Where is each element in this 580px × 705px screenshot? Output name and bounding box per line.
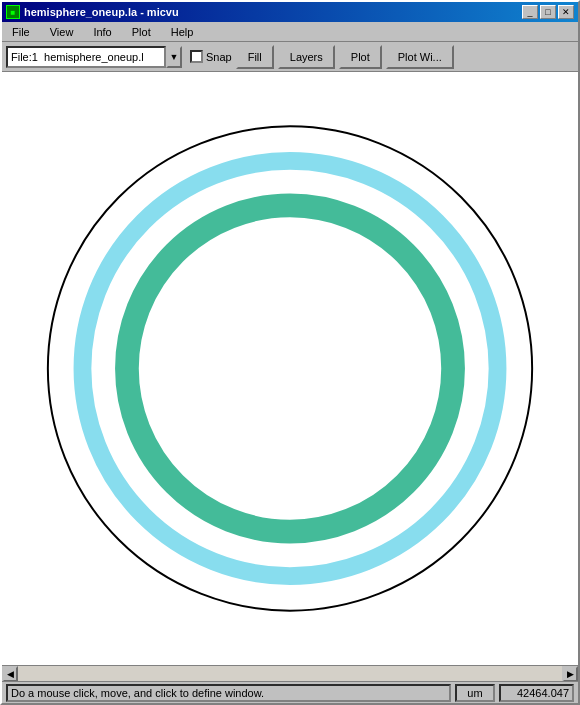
snap-area: Snap	[190, 50, 232, 63]
app-icon: ■	[6, 5, 20, 19]
canvas-area[interactable]	[2, 72, 578, 665]
middle-circle	[82, 161, 497, 576]
scroll-track[interactable]	[18, 666, 562, 681]
menu-help[interactable]: Help	[165, 25, 200, 39]
title-bar: ■ hemisphere_oneup.la - micvu _ □ ✕	[2, 2, 578, 22]
fill-button[interactable]: Fill	[236, 45, 274, 69]
scroll-left-button[interactable]: ◀	[2, 666, 18, 682]
inner-circle	[127, 205, 453, 531]
plot-button[interactable]: Plot	[339, 45, 382, 69]
window-title: hemisphere_oneup.la - micvu	[24, 6, 518, 18]
snap-checkbox[interactable]	[190, 50, 203, 63]
main-window: ■ hemisphere_oneup.la - micvu _ □ ✕ File…	[0, 0, 580, 705]
horizontal-scrollbar: ◀ ▶	[2, 665, 578, 681]
file-selector: ▼	[6, 46, 182, 68]
close-button[interactable]: ✕	[558, 5, 574, 19]
maximize-button[interactable]: □	[540, 5, 556, 19]
file-input[interactable]	[6, 46, 166, 68]
menu-file[interactable]: File	[6, 25, 36, 39]
status-coordinate: 42464.047	[499, 684, 574, 702]
status-message: Do a mouse click, move, and click to def…	[6, 684, 451, 702]
menu-info[interactable]: Info	[87, 25, 117, 39]
menu-bar: File View Info Plot Help	[2, 22, 578, 42]
minimize-button[interactable]: _	[522, 5, 538, 19]
snap-label: Snap	[206, 51, 232, 63]
window-controls: _ □ ✕	[522, 5, 574, 19]
file-dropdown-arrow[interactable]: ▼	[166, 46, 182, 68]
plot-window-button[interactable]: Plot Wi...	[386, 45, 454, 69]
layers-button[interactable]: Layers	[278, 45, 335, 69]
menu-view[interactable]: View	[44, 25, 80, 39]
drawing-canvas[interactable]	[2, 72, 578, 665]
menu-plot[interactable]: Plot	[126, 25, 157, 39]
toolbar: ▼ Snap Fill Layers Plot Plot Wi...	[2, 42, 578, 72]
status-bar: Do a mouse click, move, and click to def…	[2, 681, 578, 703]
scroll-right-button[interactable]: ▶	[562, 666, 578, 682]
status-unit: um	[455, 684, 495, 702]
